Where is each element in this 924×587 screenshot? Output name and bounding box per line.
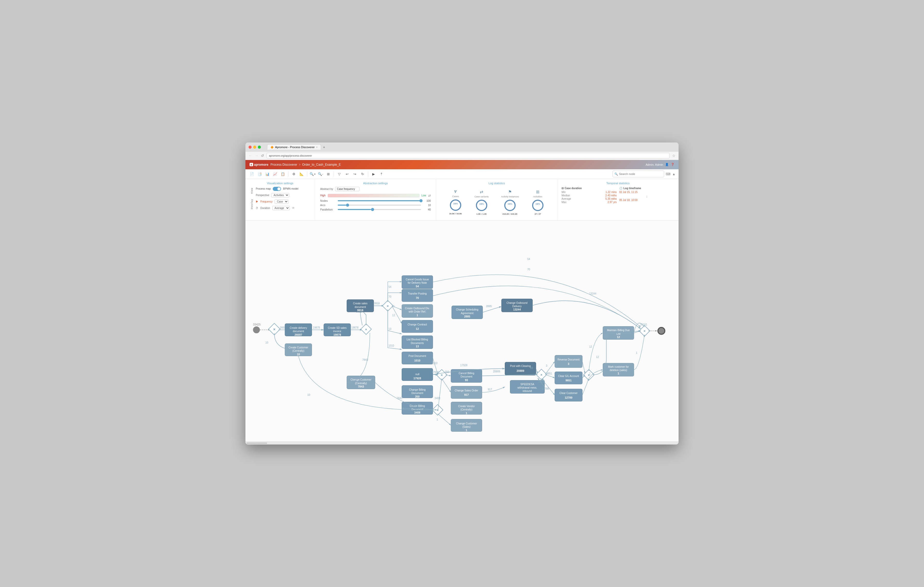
node-md-label2: deletion (sales)	[610, 369, 627, 372]
duration-select[interactable]: Average	[272, 206, 290, 210]
node-customer-count: 10	[297, 352, 300, 355]
temporal-grid: ⊟ Case duration Min 1.22 mins Median 2.4…	[561, 187, 675, 204]
toolbar-btn-1[interactable]: 📄	[249, 171, 255, 177]
node-post-doc[interactable]	[402, 352, 433, 364]
label-13-left: 13	[389, 327, 392, 330]
fit-button[interactable]: ⊞	[325, 171, 332, 177]
play-button[interactable]: ▶	[370, 171, 377, 177]
process-diagram-area[interactable]: 33425 × 26697 10 Create delivery documen…	[246, 220, 678, 441]
tab-title: Apromore - Process Discoverer	[275, 146, 315, 149]
node-clear-customer[interactable]	[555, 389, 582, 401]
label-1010-left: 1010	[389, 344, 394, 347]
node-cv-label: Create Vendor	[458, 405, 475, 408]
toolbar-btn-3[interactable]: 📊	[264, 171, 271, 177]
redo-button[interactable]: ↪	[351, 171, 358, 177]
cases-icon: ⛛	[454, 189, 458, 194]
node-reverse[interactable]	[555, 355, 582, 367]
temporal-statistics-section: Temporal statistics ⊟ Case duration Min …	[558, 179, 678, 220]
toolbar-btn-6[interactable]: ⚙	[290, 171, 297, 177]
node-chcust-label: Change Customer	[350, 378, 371, 381]
reload-button[interactable]: ↺	[261, 154, 264, 158]
variants-icon: ⇄	[480, 189, 483, 194]
node-billing-label: Change Billing	[409, 388, 426, 391]
view-toggle[interactable]	[273, 187, 281, 191]
close-button[interactable]	[249, 146, 252, 149]
share-button[interactable]: ⇡	[378, 171, 384, 177]
node-null-label: null	[415, 373, 419, 376]
parallelism-slider[interactable]	[338, 209, 421, 210]
forward-button[interactable]: →	[255, 154, 258, 158]
new-tab-button[interactable]: +	[323, 145, 325, 149]
tab-close-button[interactable]: ×	[316, 146, 317, 148]
node-cb-label2: Document	[461, 375, 473, 378]
node-crbilling-count: 3408	[414, 411, 421, 414]
node-od-count: 13244	[513, 308, 521, 311]
toolbar-btn-7[interactable]: 📐	[298, 171, 305, 177]
gateway-1-label: ×	[273, 327, 276, 331]
swap-icon[interactable]: ⇄	[428, 194, 431, 197]
abstract-by-dropdown[interactable]: Case frequency	[335, 187, 360, 191]
node-contract[interactable]	[402, 320, 433, 332]
node-cb-label: Cancel Billing	[459, 372, 474, 375]
search-area: 🔍 ⌨ ▲	[612, 171, 675, 177]
high-low-bar: High Low ⇄	[320, 194, 431, 197]
bpmn-model-label: BPMN model	[283, 187, 298, 190]
toolbar-divider-3	[333, 171, 334, 176]
node-clear-gl[interactable]	[555, 372, 582, 384]
activities-icon: ⊞	[536, 189, 540, 194]
node-change-sales[interactable]	[451, 386, 482, 398]
bookmark-icon[interactable]: ☆	[672, 154, 675, 158]
case-duration-col: ⊟ Case duration Min 1.22 mins Median 2.4…	[561, 187, 617, 204]
maximize-button[interactable]	[258, 146, 261, 149]
minimize-button[interactable]	[253, 146, 256, 149]
activities-gauge: 100%	[531, 199, 544, 212]
node-null-count: 17928	[414, 377, 421, 380]
perspective-select[interactable]: Activities	[271, 193, 289, 197]
arc-top-54	[433, 275, 641, 327]
undo-button[interactable]: ↩	[344, 171, 350, 177]
label-12789: 12789	[542, 387, 549, 390]
process-diagram-svg: 33425 × 26697 10 Create delivery documen…	[246, 220, 678, 441]
toolbar-btn-2[interactable]: 📑	[256, 171, 263, 177]
help-icon[interactable]: ❓	[671, 163, 675, 166]
edge-cs-sp	[482, 387, 505, 392]
duration-toggle-icon[interactable]: 👁	[292, 206, 295, 209]
search-input[interactable]	[612, 171, 664, 177]
start-date-row: 02 Jul 15, 11:15	[619, 191, 675, 194]
node-ccs-count: 1	[465, 429, 467, 432]
node-delivery-count: 26697	[295, 333, 302, 336]
zoom-out-button[interactable]: 🔍-	[317, 171, 324, 177]
node-transfer[interactable]	[402, 289, 433, 301]
keyboard-icon[interactable]: ⌨	[666, 172, 671, 176]
back-button[interactable]: ←	[249, 154, 252, 158]
high-low-gradient-bar	[328, 194, 419, 197]
parallelism-label: Parallelism	[320, 208, 336, 211]
scrollbar-thumb[interactable]	[246, 442, 267, 444]
filter-button[interactable]: ▽	[336, 171, 343, 177]
label-mb-g7: 1	[632, 327, 634, 330]
frequency-select[interactable]: Case	[275, 199, 289, 204]
arcs-slider[interactable]	[338, 205, 421, 206]
gateway-7-label: ×	[644, 329, 645, 333]
refresh-button[interactable]: ↻	[359, 171, 366, 177]
edge-g3-cancel	[388, 282, 402, 302]
duration-icon: ⏱	[256, 207, 258, 209]
node-clcust-label: Clear Customer	[559, 392, 578, 395]
browser-tab[interactable]: 🔶 Apromore - Process Discoverer ×	[267, 144, 321, 150]
toolbar-btn-5[interactable]: 📋	[279, 171, 286, 177]
node-delivery-label2: document	[293, 330, 304, 333]
end-event	[658, 327, 665, 334]
arcs-label: Arcs	[320, 204, 336, 207]
timeframe-arrow: ↓	[619, 194, 675, 198]
toolbar-btn-4[interactable]: 📈	[272, 171, 279, 177]
breadcrumb-process-discoverer[interactable]: Process Discoverer	[271, 163, 297, 166]
gateway-2-label: ×	[365, 327, 367, 331]
label-10: 10	[265, 341, 268, 344]
nodes-slider[interactable]	[338, 200, 421, 201]
address-bar[interactable]: apromore.org/app/process-discoverer	[267, 153, 670, 158]
log-timeframe-icon: 🕐	[619, 187, 622, 190]
node-sched-count: 2885	[464, 315, 470, 318]
node-ccs-label2: (Sales)	[462, 426, 471, 428]
collapse-button[interactable]: ▲	[672, 172, 675, 176]
zoom-in-button[interactable]: 🔍+	[309, 171, 316, 177]
